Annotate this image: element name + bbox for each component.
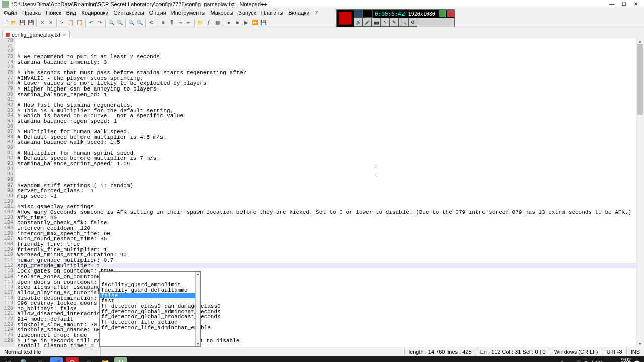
menu-макросы[interactable]: Макросы <box>208 10 236 16</box>
autocomplete-popup[interactable]: facility_guard_ammolimitfacility_guard_d… <box>99 271 201 347</box>
rec-settings-icon[interactable]: ⚙ <box>408 18 417 27</box>
scroll-up-icon[interactable]: ▲ <box>636 38 644 44</box>
menubar: ФайлПравкаПоискВидКодировкиСинтаксисыОпц… <box>0 8 644 17</box>
save-macro-icon[interactable]: 💾 <box>259 19 267 27</box>
save-icon[interactable]: 💾 <box>18 19 26 27</box>
zoom-icon[interactable]: 📹 <box>50 357 63 362</box>
rec-webcam-icon[interactable]: 📷 <box>372 18 381 27</box>
cut-icon[interactable]: ✂ <box>58 19 66 27</box>
zoom-out-icon[interactable]: 🔍 <box>136 19 144 27</box>
menu-запуск[interactable]: Запуск <box>236 10 258 16</box>
line-gutter: 70 71 72 73 74 75 76 77 78 79 80 81 82 8… <box>0 38 15 347</box>
tab-config-gameplay[interactable]: config_gameplay.txt ✕ <box>2 31 70 38</box>
menu-опции[interactable]: Опции <box>147 10 169 16</box>
rec-zoom-icon[interactable]: 🔍 <box>399 18 408 27</box>
tray-volume-icon[interactable]: 🔊 <box>575 360 581 363</box>
redo-icon[interactable]: ↷ <box>96 19 104 27</box>
maximize-button[interactable]: ☐ <box>618 1 630 8</box>
recorder-resolution: 1920x1080 <box>407 11 436 17</box>
scroll-down-icon[interactable]: ▼ <box>636 341 644 347</box>
menu-инструменты[interactable]: Инструменты <box>169 10 208 16</box>
recorder-max-icon[interactable] <box>439 10 446 17</box>
rec-cursor-icon[interactable]: ↖ <box>381 18 390 27</box>
status-eol: Windows (CR LF) <box>550 347 603 356</box>
new-file-icon[interactable]: 📄 <box>1 19 9 27</box>
open-icon[interactable]: 📂 <box>10 19 18 27</box>
autocomplete-item[interactable]: ff_detector_classD_can_damage_classD <box>100 304 200 309</box>
steam2-icon[interactable]: ◉ <box>80 356 97 362</box>
menu-плагины[interactable]: Плагины <box>259 10 286 16</box>
rec-draw-icon[interactable]: ✎ <box>390 18 399 27</box>
copy-icon[interactable]: 📋 <box>67 19 75 27</box>
folder-icon[interactable]: 📁 <box>196 19 204 27</box>
menu-файл[interactable]: Файл <box>1 10 20 16</box>
indent-icon[interactable]: ⇥ <box>176 19 184 27</box>
menu-правка[interactable]: Правка <box>20 10 43 16</box>
undo-icon[interactable]: ↶ <box>87 19 95 27</box>
play-icon[interactable]: ▶ <box>242 19 250 27</box>
autocomplete-scrollbar[interactable]: ▲ ▼ <box>195 272 200 346</box>
close-button[interactable]: ✕ <box>630 1 642 8</box>
status-length: length : 14 760 lines : 425 <box>405 347 476 356</box>
tab-close-icon[interactable]: ✕ <box>62 32 66 38</box>
replace-icon[interactable]: 🔍 <box>116 19 124 27</box>
menu-вкладки[interactable]: Вкладки <box>286 10 312 16</box>
scroll-up-icon[interactable]: ▲ <box>196 272 200 277</box>
scroll-down-icon[interactable]: ▼ <box>196 341 200 346</box>
menu-кодировки[interactable]: Кодировки <box>79 10 111 16</box>
close-tab-icon[interactable]: ✕ <box>38 19 46 27</box>
tray-lang[interactable]: ENG <box>592 360 603 363</box>
record-button[interactable] <box>339 12 352 25</box>
tray-network-icon[interactable]: 🖧 <box>584 360 589 363</box>
scrollbar-thumb[interactable] <box>637 44 643 115</box>
menu-?[interactable]: ? <box>312 10 320 16</box>
save-all-icon[interactable]: 💾 <box>27 19 35 27</box>
zoom-in-icon[interactable]: 🔍 <box>127 19 135 27</box>
menu-синтаксисы[interactable]: Синтаксисы <box>111 10 147 16</box>
tray-notifications-icon[interactable]: 💬 <box>634 360 640 363</box>
record-icon[interactable]: ● <box>225 19 233 27</box>
rec-audio-icon[interactable]: 🔊 <box>354 18 363 27</box>
sync-icon[interactable]: ⟲ <box>147 19 155 27</box>
window-title: *C:\Users\Dima\AppData\Roaming\SCP Secre… <box>11 1 606 7</box>
find-icon[interactable]: 🔍 <box>107 19 115 27</box>
tabbar: config_gameplay.txt ✕ <box>0 28 644 38</box>
tray-cloud-icon[interactable]: ☁ <box>567 360 572 363</box>
screen-recorder-overlay[interactable]: 0:00:6:42 1920x1080 🔊 🎤 📷 ↖ ✎ 🔍 ⚙ <box>336 9 455 27</box>
tray-clock[interactable]: 9:02 18.11.2020 <box>606 357 631 362</box>
editor[interactable]: 70 71 72 73 74 75 76 77 78 79 80 81 82 8… <box>0 38 644 347</box>
start-button[interactable]: ⊞ <box>0 356 16 362</box>
menu-вид[interactable]: Вид <box>64 10 79 16</box>
menu-поиск[interactable]: Поиск <box>43 10 63 16</box>
function-icon[interactable]: ƒ <box>205 19 213 27</box>
explorer-icon[interactable]: 📁 <box>97 356 113 362</box>
opera-icon[interactable]: O <box>66 357 79 362</box>
minimize-button[interactable]: — <box>606 1 618 8</box>
rec-mic-icon[interactable]: 🎤 <box>363 18 372 27</box>
recorder-close-icon[interactable] <box>447 10 454 17</box>
code-area[interactable]: # We recommend to put it at least 2 seco… <box>15 38 636 347</box>
statusbar: Normal text file length : 14 760 lines :… <box>0 347 644 356</box>
notepadpp-icon[interactable]: N <box>114 357 127 362</box>
search-icon[interactable]: 🔍 <box>16 356 32 362</box>
camera-icon[interactable] <box>354 10 363 18</box>
autocomplete-item[interactable]: ff_detector_life_adminchat_enable <box>100 325 200 331</box>
autocomplete-item[interactable]: ff_detector_life_action <box>100 320 200 325</box>
show-all-icon[interactable]: ¶ <box>168 19 176 27</box>
tray-time: 9:02 <box>606 357 631 362</box>
wordwrap-icon[interactable]: ≡ <box>159 19 167 27</box>
doc-map-icon[interactable]: ▦ <box>213 19 221 27</box>
autocomplete-item[interactable]: false <box>100 293 200 299</box>
outdent-icon[interactable]: ⇤ <box>185 19 193 27</box>
app-icon <box>2 1 9 8</box>
tray-up-icon[interactable]: ˄ <box>561 360 564 363</box>
status-mode: INS <box>627 347 644 356</box>
stop-icon[interactable]: ■ <box>233 19 242 27</box>
vertical-scrollbar[interactable]: ▲ ▼ <box>636 38 644 347</box>
close-all-icon[interactable]: ✕ <box>47 19 55 27</box>
paste-icon[interactable]: 📋 <box>75 19 84 27</box>
steam-icon[interactable]: ◉ <box>32 356 48 362</box>
playmulti-icon[interactable]: ⏩ <box>251 19 259 27</box>
pause-icon[interactable] <box>364 10 373 18</box>
text-caret <box>377 168 377 175</box>
